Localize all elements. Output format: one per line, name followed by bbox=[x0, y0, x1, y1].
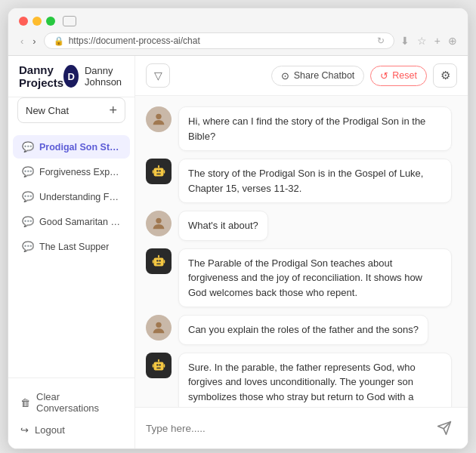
new-chat-label: New Chat bbox=[26, 105, 69, 116]
send-icon bbox=[437, 421, 452, 436]
sidebar-chat-item-4[interactable]: 💬 Good Samaritan Par... bbox=[13, 210, 130, 233]
message-row-m1: Hi, where can I find the story of the Pr… bbox=[146, 106, 457, 151]
user-badge: D Danny Johnson bbox=[63, 65, 129, 88]
bot-avatar-icon bbox=[150, 357, 167, 374]
sidebar-footer: 🗑 Clear Conversations ↪ Logout bbox=[8, 378, 134, 448]
chat-input-area bbox=[135, 407, 468, 448]
sidebar-chat-item-3[interactable]: 💬 Understanding Faith bbox=[13, 185, 130, 208]
avatar-user bbox=[146, 106, 172, 132]
avatar: D bbox=[63, 65, 79, 88]
avatar-bot bbox=[146, 353, 172, 378]
user-avatar-icon bbox=[150, 215, 167, 232]
address-bar[interactable]: 🔒 https://document-process-ai/chat ↻ bbox=[44, 32, 394, 49]
avatar-user bbox=[146, 211, 172, 236]
logout-icon: ↪ bbox=[20, 424, 29, 436]
message-row-m3: What's it about? bbox=[146, 211, 457, 241]
message-bubble-m5: Can you explain the roles of the father … bbox=[178, 315, 428, 345]
send-button[interactable] bbox=[431, 415, 457, 441]
svg-rect-13 bbox=[156, 263, 161, 263]
chat-list: 💬 Prodigal Son Story 💬 Forgiveness Expla… bbox=[8, 132, 134, 378]
sidebar-chat-item-1[interactable]: 💬 Prodigal Son Story bbox=[13, 135, 130, 159]
svg-rect-11 bbox=[156, 260, 158, 261]
message-bubble-m6: Sure. In the parable, the father represe… bbox=[178, 353, 452, 408]
share-icon: ⊙ bbox=[281, 70, 289, 82]
close-window-btn[interactable] bbox=[19, 17, 28, 26]
svg-rect-4 bbox=[156, 174, 161, 174]
clear-icon: 🗑 bbox=[20, 397, 30, 408]
message-bubble-m3: What's it about? bbox=[178, 211, 268, 241]
browser-window: ‹ › 🔒 https://document-process-ai/chat ↻… bbox=[8, 8, 468, 449]
chat-item-label: Prodigal Son Story bbox=[39, 142, 121, 153]
user-avatar-icon bbox=[150, 319, 167, 336]
app-title: Danny Projects bbox=[19, 63, 63, 89]
svg-rect-10 bbox=[154, 257, 164, 266]
avatar-bot bbox=[146, 248, 172, 274]
filter-button[interactable]: ▽ bbox=[146, 63, 170, 88]
avatar-bot bbox=[146, 159, 172, 184]
svg-rect-22 bbox=[156, 367, 161, 368]
svg-rect-3 bbox=[159, 170, 160, 171]
zoom-icon[interactable]: + bbox=[434, 35, 440, 47]
back-arrow[interactable]: ‹ bbox=[19, 35, 25, 47]
sidebar-chat-item-2[interactable]: 💬 Forgiveness Explaine... bbox=[13, 160, 130, 183]
svg-rect-1 bbox=[154, 168, 164, 176]
browser-chrome: ‹ › 🔒 https://document-process-ai/chat ↻… bbox=[8, 8, 468, 56]
chat-item-label: Good Samaritan Par... bbox=[39, 217, 121, 227]
svg-rect-16 bbox=[153, 260, 154, 263]
svg-rect-21 bbox=[159, 364, 160, 365]
filter-icon: ▽ bbox=[154, 69, 162, 82]
maximize-window-btn[interactable] bbox=[46, 17, 55, 26]
reset-label: Reset bbox=[392, 70, 417, 81]
svg-rect-7 bbox=[153, 170, 154, 174]
svg-rect-25 bbox=[153, 364, 154, 368]
svg-point-15 bbox=[158, 254, 159, 256]
logout-label: Logout bbox=[35, 424, 65, 436]
clear-conversations-button[interactable]: 🗑 Clear Conversations bbox=[14, 386, 128, 419]
reload-icon[interactable]: ↻ bbox=[377, 35, 385, 46]
svg-rect-20 bbox=[156, 364, 158, 365]
logout-button[interactable]: ↪ Logout bbox=[14, 419, 128, 441]
messages-area: Hi, where can I find the story of the Pr… bbox=[135, 96, 468, 407]
chat-icon: 💬 bbox=[22, 216, 34, 227]
message-bubble-m1: Hi, where can I find the story of the Pr… bbox=[178, 106, 452, 151]
url-text: https://document-process-ai/chat bbox=[69, 35, 200, 46]
chat-icon: 💬 bbox=[22, 141, 34, 153]
header-right: ⊙ Share Chatbot ↺ Reset ⚙ bbox=[271, 63, 457, 88]
user-name: Danny Johnson bbox=[85, 65, 129, 88]
chat-header: ▽ ⊙ Share Chatbot ↺ Reset ⚙ bbox=[135, 56, 468, 96]
more-icon[interactable]: ⊕ bbox=[448, 35, 457, 47]
share-label: Share Chatbot bbox=[294, 70, 355, 81]
reset-icon: ↺ bbox=[380, 70, 388, 82]
settings-button[interactable]: ⚙ bbox=[433, 63, 457, 88]
message-row-m5: Can you explain the roles of the father … bbox=[146, 315, 457, 345]
svg-point-6 bbox=[158, 165, 159, 167]
new-chat-button[interactable]: New Chat + bbox=[17, 97, 125, 123]
bookmark-icon[interactable]: ☆ bbox=[417, 35, 427, 47]
message-row-m2: The story of the Prodigal Son is in the … bbox=[146, 159, 457, 203]
chat-icon: 💬 bbox=[22, 166, 34, 177]
bot-avatar-icon bbox=[150, 163, 167, 180]
user-avatar-icon bbox=[150, 111, 167, 128]
browser-actions: ⬇ ☆ + ⊕ bbox=[400, 35, 457, 47]
forward-arrow[interactable]: › bbox=[31, 35, 37, 47]
sidebar-chat-item-5[interactable]: 💬 The Last Supper bbox=[13, 235, 130, 258]
svg-point-9 bbox=[156, 218, 161, 223]
bot-avatar-icon bbox=[150, 253, 167, 270]
browser-nav: ‹ › 🔒 https://document-process-ai/chat ↻… bbox=[19, 32, 457, 49]
chat-icon: 💬 bbox=[22, 191, 34, 202]
chat-item-label: Forgiveness Explaine... bbox=[39, 167, 121, 177]
chat-item-label: Understanding Faith bbox=[39, 192, 121, 202]
svg-point-24 bbox=[158, 359, 159, 360]
message-row-m6: Sure. In the parable, the father represe… bbox=[146, 353, 457, 408]
svg-rect-17 bbox=[163, 260, 165, 263]
main-chat-area: ▽ ⊙ Share Chatbot ↺ Reset ⚙ bbox=[135, 56, 468, 448]
sidebar: Danny Projects D Danny Johnson New Chat … bbox=[8, 56, 135, 448]
minimize-window-btn[interactable] bbox=[32, 17, 42, 26]
share-chatbot-button[interactable]: ⊙ Share Chatbot bbox=[271, 66, 365, 86]
svg-rect-8 bbox=[163, 170, 165, 174]
download-icon[interactable]: ⬇ bbox=[400, 35, 410, 47]
lock-icon: 🔒 bbox=[54, 36, 64, 46]
reset-button[interactable]: ↺ Reset bbox=[370, 66, 427, 86]
chat-input[interactable] bbox=[146, 423, 425, 434]
clear-label: Clear Conversations bbox=[36, 391, 122, 414]
